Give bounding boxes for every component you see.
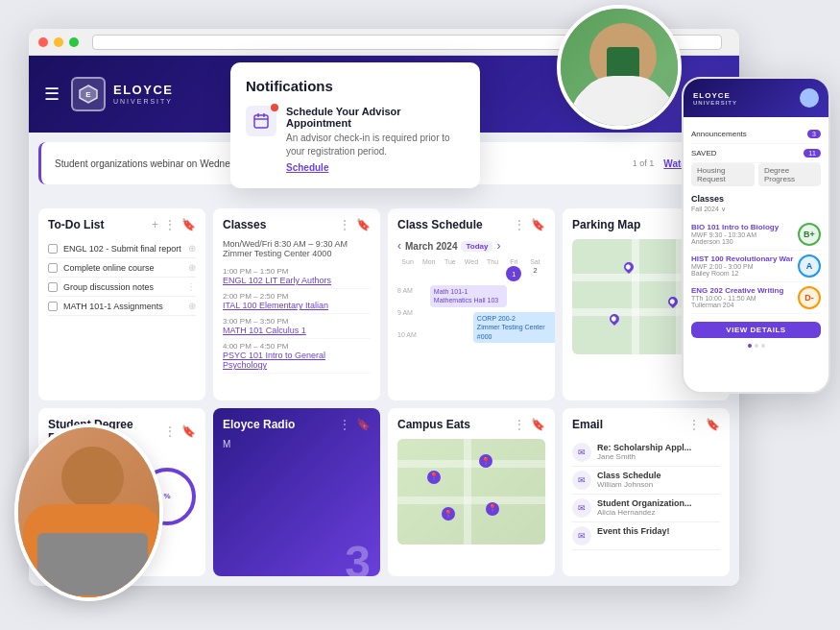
todo-action-3[interactable]: ⋮ — [186, 281, 196, 292]
logo-name: ELOYCE — [113, 83, 173, 98]
schedule-prev-btn[interactable]: ‹ — [397, 239, 401, 253]
day-thu: Thu — [483, 258, 503, 265]
list-item: ENGL 102 - Submit final report ⊕ — [48, 239, 196, 258]
eats-bookmark-icon[interactable]: 🔖 — [531, 418, 545, 431]
mobile-class-info-1: HIST 100 Revolutionary War MWF 2:00 - 3:… — [691, 254, 798, 277]
classes-widget: Classes ⋮ 🔖 Mon/Wed/Fri 8:30 AM – 9:30 A… — [213, 208, 380, 400]
todo-add-btn[interactable]: + — [152, 218, 158, 231]
class-name-3[interactable]: PSYC 101 Intro to General Psychology — [223, 351, 371, 370]
schedule-event-corp[interactable]: CORP 200-2 Zimmer Testing Center #000 — [473, 312, 555, 342]
list-item[interactable]: ✉ Class Schedule William Johnson — [572, 467, 720, 495]
person-photo-left — [14, 424, 163, 601]
todo-checkbox-1[interactable] — [48, 244, 58, 254]
class-name-1[interactable]: ITAL 100 Elementary Italian — [223, 301, 371, 310]
todo-action-4[interactable]: ⊕ — [188, 301, 196, 311]
eats-actions: ⋮ 🔖 — [514, 418, 545, 431]
mobile-app: ELOYCE UNIVERSITY Announcements 3 SAVED … — [682, 77, 830, 394]
time-8am: 8 AM — [397, 287, 417, 294]
todo-checkbox-2[interactable] — [48, 263, 58, 273]
radio-menu-icon[interactable]: ⋮ — [339, 418, 350, 431]
list-item[interactable]: ✉ Re: Scholarship Appl... Jane Smith — [572, 439, 720, 467]
mobile-dot-2 — [755, 344, 758, 348]
todo-checkbox-4[interactable] — [48, 302, 58, 311]
todo-menu-icon[interactable]: ⋮ — [164, 218, 176, 231]
email-menu-icon[interactable]: ⋮ — [688, 418, 700, 431]
today-button[interactable]: Today — [461, 241, 492, 252]
dot-red[interactable] — [38, 37, 48, 47]
schedule-body: 8 AM 9 AM 10 AM Math 101-1 Mathematics H… — [397, 285, 545, 362]
hamburger-icon[interactable]: ☰ — [44, 84, 60, 105]
degree-bookmark-icon[interactable]: 🔖 — [181, 424, 196, 438]
todo-action-2[interactable]: ⊕ — [188, 262, 196, 273]
todo-bookmark-icon[interactable]: 🔖 — [181, 218, 196, 231]
mobile-semester[interactable]: Fall 2024 ∨ — [691, 206, 821, 213]
mobile-dot-1 — [748, 344, 752, 348]
radio-big-number: 3 — [345, 540, 371, 576]
logo-text-block: ELOYCE UNIVERSITY — [113, 83, 173, 106]
schedule-event-math[interactable]: Math 101-1 Mathematics Hall 103 — [430, 285, 507, 306]
classes-actions: ⋮ 🔖 — [339, 218, 371, 231]
schedule-actions: ⋮ 🔖 — [514, 218, 545, 231]
eats-road-v — [464, 439, 471, 545]
date-4 — [461, 266, 481, 281]
degree-menu-icon[interactable]: ⋮ — [164, 424, 176, 438]
dot-yellow[interactable] — [54, 37, 63, 47]
mobile-class-time-1: MWF 2:00 - 3:00 PMBailey Room 12 — [691, 263, 798, 277]
email-widget: Email ⋮ 🔖 ✉ Re: Scholarship Appl... Jane… — [563, 408, 730, 576]
list-item: BIO 101 Intro to Biology MWF 9:30 - 10:3… — [691, 219, 821, 251]
notification-schedule-link[interactable]: Schedule — [286, 162, 465, 173]
class-name-0[interactable]: ENGL 102 LIT Early Authors — [223, 276, 371, 285]
mobile-tab-degree[interactable]: Degree Progress — [758, 163, 821, 186]
event-name-corp: CORP 200-2 — [477, 314, 555, 323]
date-today[interactable]: 1 — [506, 266, 521, 281]
list-item: 1:00 PM – 1:50 PM ENGL 102 LIT Early Aut… — [223, 264, 371, 289]
degree-actions: ⋮ 🔖 — [164, 424, 196, 438]
email-bookmark-icon[interactable]: 🔖 — [706, 418, 720, 431]
person-left-face — [61, 447, 124, 509]
notification-content: Schedule Your Advisor Appointment An adv… — [286, 106, 465, 173]
mobile-avatar[interactable] — [800, 88, 819, 108]
class-name-2[interactable]: MATH 101 Calculus 1 — [223, 326, 371, 335]
campus-eats-map[interactable]: 📍 📍 📍 📍 — [397, 439, 545, 545]
eats-header: Campus Eats ⋮ 🔖 — [397, 418, 545, 431]
mobile-menu-label-1: SAVED — [691, 149, 717, 158]
eats-pin-2[interactable]: 📍 — [479, 454, 492, 468]
email-header: Email ⋮ 🔖 — [572, 418, 720, 431]
list-item[interactable]: ✉ Event this Friday! — [572, 522, 720, 550]
mobile-tab-housing[interactable]: Housing Request — [691, 163, 755, 186]
todo-header: To-Do List + ⋮ 🔖 — [48, 218, 196, 231]
schedule-bookmark-icon[interactable]: 🔖 — [531, 218, 545, 231]
person-phone — [607, 47, 639, 100]
email-content-1: Class Schedule William Johnson — [597, 471, 661, 489]
svg-text:E: E — [85, 90, 91, 99]
eats-menu-icon[interactable]: ⋮ — [514, 418, 525, 431]
classes-bookmark-icon[interactable]: 🔖 — [356, 218, 371, 231]
dot-green[interactable] — [69, 37, 79, 47]
radio-bookmark-icon[interactable]: 🔖 — [356, 418, 371, 431]
eats-pin-3[interactable]: 📍 — [486, 502, 499, 516]
todo-action-1[interactable]: ⊕ — [188, 243, 196, 254]
list-item: Complete online course ⊕ — [48, 258, 196, 278]
schedule-menu-icon[interactable]: ⋮ — [514, 218, 525, 231]
list-item: Group discussion notes ⋮ — [48, 278, 196, 297]
schedule-month: March 2024 — [405, 241, 457, 252]
mobile-class-name-1: HIST 100 Revolutionary War — [691, 254, 798, 263]
schedule-next-btn[interactable]: › — [496, 239, 500, 253]
email-icon-3: ✉ — [572, 526, 591, 545]
mobile-class-info-0: BIO 101 Intro to Biology MWF 9:30 - 10:3… — [691, 223, 798, 245]
list-item[interactable]: ✉ Student Organization... Alicia Hernand… — [572, 495, 720, 522]
mobile-menu-announcements[interactable]: Announcements 3 — [691, 125, 821, 144]
todo-checkbox-3[interactable] — [48, 282, 58, 292]
eats-pin-1[interactable]: 📍 — [427, 471, 441, 484]
time-10am: 10 AM — [397, 331, 417, 338]
classes-menu-icon[interactable]: ⋮ — [339, 218, 350, 231]
event-location-corp: Zimmer Testing Center #000 — [477, 323, 555, 340]
todo-text-1: ENGL 102 - Submit final report — [63, 244, 182, 254]
email-actions: ⋮ 🔖 — [688, 418, 720, 431]
mobile-header: ELOYCE UNIVERSITY — [684, 79, 828, 117]
notification-body: An advisor check-in is required prior to… — [286, 132, 465, 158]
mobile-menu-saved[interactable]: SAVED 11 — [691, 144, 821, 163]
mobile-view-details-button[interactable]: VIEW DETAILS — [691, 322, 821, 338]
notif-icon-wrapper — [246, 106, 276, 136]
university-shield-icon: E — [78, 84, 99, 105]
